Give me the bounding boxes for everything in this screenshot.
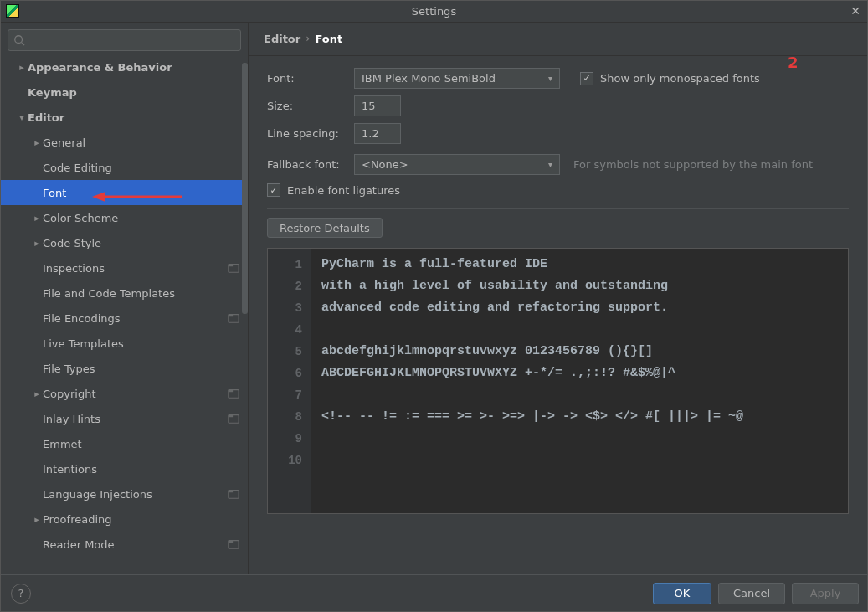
sidebar-item-label: Reader Mode bbox=[43, 538, 228, 551]
sidebar-item-color-scheme[interactable]: ▸Color Scheme bbox=[1, 205, 248, 230]
content-area: 2 Font: IBM Plex Mono SemiBold ▾ ✓ Show … bbox=[249, 56, 867, 574]
size-input[interactable]: 15 bbox=[354, 95, 401, 116]
line-spacing-label: Line spacing: bbox=[267, 127, 354, 140]
svg-line-1 bbox=[22, 43, 25, 46]
sidebar-item-language-injections[interactable]: Language Injections bbox=[1, 481, 248, 507]
preview-line: <!-- -- != := === >= >- >=> |-> -> <$> <… bbox=[321, 406, 838, 428]
svg-rect-13 bbox=[229, 541, 233, 543]
preview-line bbox=[321, 319, 838, 341]
project-level-icon bbox=[228, 262, 239, 274]
sidebar-item-label: Color Scheme bbox=[43, 212, 248, 224]
sidebar-item-live-templates[interactable]: Live Templates bbox=[1, 331, 248, 356]
sidebar-item-appearance-behavior[interactable]: ▸Appearance & Behavior bbox=[1, 54, 248, 80]
sidebar-item-font[interactable]: Font bbox=[1, 180, 248, 205]
svg-rect-9 bbox=[229, 415, 233, 418]
sidebar-item-file-encodings[interactable]: File Encodings bbox=[1, 306, 248, 331]
app-icon bbox=[6, 4, 19, 18]
sidebar-item-label: File and Code Templates bbox=[43, 287, 248, 300]
sidebar-item-label: Copyright bbox=[43, 388, 228, 400]
chevron-down-icon: ▾ bbox=[548, 74, 552, 83]
preview-line bbox=[321, 384, 838, 406]
sidebar-item-label: Language Injections bbox=[43, 488, 228, 501]
fallback-label: Fallback font: bbox=[267, 158, 354, 171]
preview-line: with a high level of usability and outst… bbox=[321, 275, 838, 297]
chevron-right-icon: ▸ bbox=[31, 388, 43, 399]
sidebar-item-label: Intentions bbox=[43, 463, 248, 476]
footer: ? OK Cancel Apply bbox=[1, 574, 867, 611]
chevron-right-icon: ▸ bbox=[31, 137, 43, 148]
restore-defaults-button[interactable]: Restore Defaults bbox=[267, 218, 383, 238]
line-number: 7 bbox=[268, 384, 302, 406]
fallback-hint: For symbols not supported by the main fo… bbox=[573, 158, 813, 171]
sidebar-item-inspections[interactable]: Inspections bbox=[1, 255, 248, 280]
window-title: Settings bbox=[412, 5, 456, 18]
line-number: 9 bbox=[268, 428, 302, 450]
sidebar-item-editor[interactable]: ▾Editor bbox=[1, 105, 248, 130]
chevron-down-icon: ▾ bbox=[548, 160, 552, 169]
svg-rect-11 bbox=[229, 491, 233, 493]
sidebar-item-code-style[interactable]: ▸Code Style bbox=[1, 230, 248, 255]
sidebar-item-label: Code Editing bbox=[43, 162, 248, 174]
close-icon[interactable]: ✕ bbox=[850, 4, 860, 18]
sidebar-item-copyright[interactable]: ▸Copyright bbox=[1, 381, 248, 406]
breadcrumb-root[interactable]: Editor bbox=[264, 33, 300, 45]
preview-line: abcdefghijklmnopqrstuvwxyz 0123456789 ()… bbox=[321, 341, 838, 363]
line-number: 10 bbox=[268, 450, 302, 471]
checkbox-icon-checked: ✓ bbox=[267, 183, 280, 197]
settings-tree[interactable]: ▸Appearance & BehaviorKeymap▾Editor▸Gene… bbox=[1, 54, 248, 574]
chevron-right-icon: ▸ bbox=[31, 514, 43, 525]
tree-scrollbar[interactable] bbox=[242, 54, 248, 574]
project-level-icon bbox=[228, 413, 239, 424]
titlebar: Settings ✕ bbox=[1, 1, 867, 23]
search-icon bbox=[13, 34, 25, 46]
preview-line: advanced code editing and refactoring su… bbox=[321, 297, 838, 319]
cancel-button[interactable]: Cancel bbox=[718, 583, 785, 604]
project-level-icon bbox=[228, 488, 239, 500]
sidebar-item-code-editing[interactable]: Code Editing bbox=[1, 155, 248, 180]
project-level-icon bbox=[228, 538, 239, 550]
show-mono-checkbox[interactable]: ✓ Show only monospaced fonts bbox=[580, 72, 760, 85]
sidebar-item-label: Inspections bbox=[43, 262, 228, 275]
font-select-value: IBM Plex Mono SemiBold bbox=[362, 72, 496, 85]
svg-rect-3 bbox=[229, 265, 233, 267]
sidebar-item-label: File Types bbox=[43, 363, 248, 375]
chevron-right-icon: ▸ bbox=[31, 238, 43, 249]
font-preview: 12345678910 PyCharm is a full-featured I… bbox=[267, 248, 849, 514]
help-button[interactable]: ? bbox=[11, 584, 31, 604]
sidebar-item-file-and-code-templates[interactable]: File and Code Templates bbox=[1, 280, 248, 306]
sidebar-item-reader-mode[interactable]: Reader Mode bbox=[1, 532, 248, 557]
ligatures-label: Enable font ligatures bbox=[287, 184, 400, 197]
ok-button[interactable]: OK bbox=[653, 583, 711, 604]
sidebar-item-intentions[interactable]: Intentions bbox=[1, 456, 248, 481]
sidebar-item-label: Live Templates bbox=[43, 337, 248, 350]
ligatures-checkbox[interactable]: ✓ Enable font ligatures bbox=[267, 183, 400, 197]
sidebar-item-keymap[interactable]: Keymap bbox=[1, 80, 248, 105]
preview-code: PyCharm is a full-featured IDEwith a hig… bbox=[311, 249, 848, 513]
chevron-right-icon: › bbox=[306, 32, 310, 44]
line-number: 1 bbox=[268, 254, 302, 275]
apply-button[interactable]: Apply bbox=[792, 583, 859, 604]
font-select[interactable]: IBM Plex Mono SemiBold ▾ bbox=[354, 68, 560, 89]
sidebar-item-inlay-hints[interactable]: Inlay Hints bbox=[1, 406, 248, 431]
line-number: 6 bbox=[268, 363, 302, 384]
sidebar-item-file-types[interactable]: File Types bbox=[1, 356, 248, 381]
breadcrumb: Editor › Font bbox=[249, 23, 867, 56]
sidebar-item-label: Font bbox=[43, 187, 248, 199]
sidebar-item-label: Editor bbox=[28, 111, 248, 124]
search-input[interactable] bbox=[8, 29, 241, 51]
sidebar-item-general[interactable]: ▸General bbox=[1, 130, 248, 155]
svg-point-0 bbox=[15, 36, 23, 44]
sidebar-item-label: Inlay Hints bbox=[43, 413, 228, 425]
breadcrumb-leaf: Font bbox=[315, 33, 342, 45]
fallback-select[interactable]: <None> ▾ bbox=[354, 154, 560, 175]
sidebar-item-proofreading[interactable]: ▸Proofreading bbox=[1, 507, 248, 532]
checkbox-icon-checked: ✓ bbox=[580, 72, 593, 85]
sidebar-item-emmet[interactable]: Emmet bbox=[1, 431, 248, 456]
sidebar-item-label: Appearance & Behavior bbox=[28, 61, 248, 74]
sidebar-item-label: File Encodings bbox=[43, 312, 228, 325]
chevron-right-icon: ▸ bbox=[31, 213, 43, 224]
line-spacing-input[interactable]: 1.2 bbox=[354, 123, 401, 144]
project-level-icon bbox=[228, 388, 239, 399]
font-label: Font: bbox=[267, 72, 354, 85]
size-label: Size: bbox=[267, 100, 354, 112]
